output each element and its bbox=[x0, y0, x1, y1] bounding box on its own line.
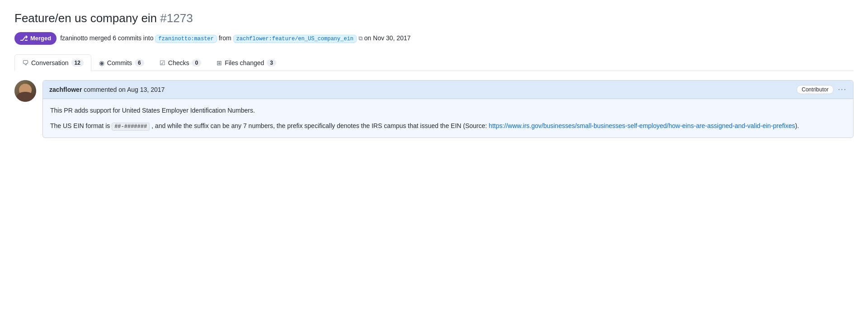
page-title: Feature/en us company ein #1273 bbox=[14, 11, 854, 26]
head-ref[interactable]: zachflower:feature/en_US_company_ein bbox=[233, 35, 357, 43]
tab-files-label: Files changed bbox=[225, 59, 264, 66]
comment-header-right: Contributor ··· bbox=[797, 85, 847, 94]
base-ref[interactable]: fzaninotto:master bbox=[155, 35, 217, 43]
comment-block: zachflower commented on Aug 13, 2017 Con… bbox=[14, 80, 854, 138]
commits-icon: ◉ bbox=[99, 59, 104, 66]
tab-conversation-label: Conversation bbox=[31, 59, 69, 66]
more-options-button[interactable]: ··· bbox=[838, 86, 847, 94]
comment-author[interactable]: zachflower bbox=[49, 86, 82, 93]
pr-number: #1273 bbox=[160, 11, 193, 25]
tab-commits-count: 6 bbox=[135, 59, 144, 66]
merged-badge: ⎇ Merged bbox=[14, 32, 57, 45]
comment-body: zachflower commented on Aug 13, 2017 Con… bbox=[42, 80, 854, 138]
tab-conversation[interactable]: 🗨 Conversation 12 bbox=[14, 54, 91, 71]
comment-header: zachflower commented on Aug 13, 2017 Con… bbox=[43, 81, 853, 99]
files-changed-icon: ⊞ bbox=[217, 59, 222, 66]
conversation-icon: 🗨 bbox=[22, 59, 28, 66]
from-text: from bbox=[219, 34, 231, 42]
tab-commits[interactable]: ◉ Commits 6 bbox=[91, 54, 152, 71]
tab-commits-label: Commits bbox=[107, 59, 132, 66]
tab-checks-count: 0 bbox=[192, 59, 201, 66]
comment-author-line: zachflower commented on Aug 13, 2017 bbox=[49, 86, 165, 93]
merge-icon: ⎇ bbox=[20, 34, 28, 43]
checks-icon: ☑ bbox=[160, 59, 165, 66]
contributor-badge: Contributor bbox=[797, 85, 833, 94]
merged-badge-label: Merged bbox=[30, 35, 51, 42]
tab-checks[interactable]: ☑ Checks 0 bbox=[152, 54, 209, 71]
p2-suffix: ). bbox=[795, 122, 799, 129]
merge-date: on Nov 30, 2017 bbox=[364, 34, 411, 42]
comment-content: This PR adds support for United States E… bbox=[43, 99, 853, 138]
p2-middle: , and while the suffix can be any 7 numb… bbox=[150, 122, 489, 129]
copy-icon[interactable]: ⧉ bbox=[359, 35, 363, 42]
pr-meta: ⎇ Merged fzaninotto merged 6 commits int… bbox=[14, 32, 854, 45]
p2-prefix: The US EIN format is bbox=[50, 122, 112, 129]
merge-desc-text: fzaninotto merged 6 commits into bbox=[60, 34, 153, 42]
pr-title-text: Feature/en us company ein bbox=[14, 11, 157, 25]
tab-files-changed[interactable]: ⊞ Files changed 3 bbox=[209, 54, 284, 71]
avatar-image bbox=[14, 80, 36, 102]
tabs-bar: 🗨 Conversation 12 ◉ Commits 6 ☑ Checks 0… bbox=[14, 54, 854, 71]
comment-paragraph-1: This PR adds support for United States E… bbox=[50, 105, 846, 115]
avatar bbox=[14, 80, 36, 102]
tab-conversation-count: 12 bbox=[71, 59, 84, 66]
tab-files-count: 3 bbox=[267, 59, 276, 66]
tab-checks-label: Checks bbox=[168, 59, 189, 66]
ein-format-code: ##-####### bbox=[112, 123, 150, 131]
irs-link[interactable]: https://www.irs.gov/businesses/small-bus… bbox=[489, 122, 795, 129]
merge-description: fzaninotto merged 6 commits into fzanino… bbox=[60, 34, 410, 42]
comment-paragraph-2: The US EIN format is ##-####### , and wh… bbox=[50, 121, 846, 131]
comment-date: commented on Aug 13, 2017 bbox=[84, 86, 165, 93]
